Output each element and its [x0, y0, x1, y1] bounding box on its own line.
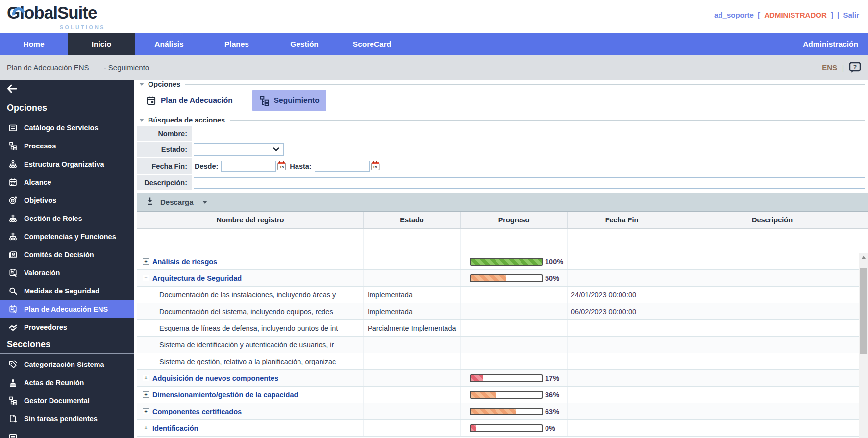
desde-label: Desde:: [195, 162, 218, 170]
progreso-cell: [461, 320, 568, 336]
estado-cell: [364, 403, 461, 419]
sidebar-item-actas-de-reunion[interactable]: Actas de Reunión: [0, 373, 134, 391]
back-button[interactable]: [0, 80, 134, 99]
scrollbar-thumb[interactable]: [860, 268, 867, 354]
name-filter-input[interactable]: [145, 235, 343, 247]
sidebar-item-competencias-y-funciones[interactable]: Competencias y Funciones: [0, 227, 134, 245]
column-header-0[interactable]: Nombre del registro: [137, 212, 364, 228]
record-name[interactable]: Arquitectura de Seguridad: [152, 274, 242, 282]
record-name-cell: −Arquitectura de Seguridad: [137, 270, 364, 286]
nav-tab-analisis[interactable]: Análisis: [135, 33, 203, 55]
help-icon[interactable]: ?: [849, 62, 861, 73]
column-header-4[interactable]: Descripción: [676, 212, 868, 228]
descripcion-input[interactable]: [194, 177, 865, 189]
sidebar-item-gestor-documental[interactable]: Gestor Documental: [0, 391, 134, 410]
descripcion-cell: [676, 253, 868, 269]
nav-tab-home[interactable]: Home: [0, 33, 68, 55]
progress-label: 0%: [545, 424, 555, 432]
desde-calendar-icon[interactable]: 15: [277, 163, 286, 170]
sidebar-item-label: Categorización Sistema: [24, 361, 104, 368]
sidebar-item-procesos[interactable]: Procesos: [0, 137, 134, 155]
sidebar-item-medidas-de-seguridad[interactable]: Medidas de Seguridad: [0, 282, 134, 300]
sidebar-item-valoracion[interactable]: Valoración: [0, 264, 134, 282]
progreso-cell: 36%: [461, 387, 568, 403]
record-name-cell: Sistema de gestión, relativo a la planif…: [137, 353, 364, 369]
logout-link[interactable]: Salir: [843, 11, 859, 19]
progress-bar: [470, 258, 543, 266]
download-label: Descarga: [160, 198, 194, 206]
nav-tab-administracion[interactable]: Administración: [793, 33, 868, 55]
expand-icon[interactable]: +: [143, 408, 149, 414]
table-row: Documentación de las instalaciones, incl…: [137, 287, 868, 303]
nav-tab-label: Análisis: [154, 40, 183, 49]
fecha-fin-cell: 06/02/2023 00:00:00: [568, 303, 676, 319]
sidebar-item-partial[interactable]: [0, 428, 134, 438]
record-name[interactable]: Componentes certificados: [152, 408, 242, 415]
tab-seguimiento[interactable]: Seguimiento: [252, 90, 326, 111]
collapse-icon[interactable]: −: [143, 275, 149, 281]
nav-tab-gestion[interactable]: Gestión: [271, 33, 338, 55]
nav-tab-label: Home: [23, 40, 44, 49]
sidebar-item-label: Procesos: [24, 142, 56, 150]
progress-bar: [470, 374, 543, 382]
hasta-calendar-icon[interactable]: 15: [371, 163, 379, 170]
document-icon: [8, 433, 18, 438]
expand-icon[interactable]: +: [143, 258, 149, 265]
column-header-2[interactable]: Progreso: [461, 212, 568, 228]
top-header: GlobalSuite SOLUTIONS ad_soporte [ ADMIN…: [0, 0, 868, 33]
sidebar-item-objetivos[interactable]: Objetivos: [0, 191, 134, 209]
expand-icon[interactable]: +: [143, 425, 149, 431]
scroll-up-arrow[interactable]: [859, 253, 868, 261]
nombre-input[interactable]: [194, 128, 865, 139]
sidebar-item-comites-de-decision[interactable]: Comités de Decisión: [0, 245, 134, 264]
sidebar-item-sin-tareas-pendientes[interactable]: Sin tareas pendientes: [0, 410, 134, 428]
breadcrumb-divider: |: [842, 63, 844, 72]
sidebar-item-alcance[interactable]: Alcance: [0, 173, 134, 191]
sidebar-item-categorizacion-sistema[interactable]: Categorización Sistema: [0, 355, 134, 373]
logo-subtext: SOLUTIONS: [60, 24, 105, 30]
table-row: +Análisis de riesgos100%: [137, 253, 868, 270]
progreso-cell: [461, 353, 568, 369]
nav-bar: HomeInicioAnálisisPlanesGestiónScoreCard…: [0, 33, 868, 55]
calendar-icon: [8, 178, 18, 187]
separator: |: [837, 11, 839, 19]
record-name[interactable]: Adquisición de nuevos componentes: [152, 374, 278, 382]
sidebar: OpcionesCatálogo de ServiciosProcesosEst…: [0, 80, 134, 438]
record-name[interactable]: Identificación: [152, 424, 198, 432]
download-button[interactable]: Descarga: [146, 197, 207, 207]
vertical-scrollbar[interactable]: [859, 253, 868, 438]
sidebar-item-label: Comités de Decisión: [24, 251, 94, 259]
collapse-triangle-icon[interactable]: [139, 119, 144, 122]
nav-tab-planes[interactable]: Planes: [203, 33, 271, 55]
progreso-cell: [461, 337, 568, 353]
tab-plan-de-adecuacion[interactable]: Plan de Adecuación: [139, 90, 240, 111]
sidebar-item-catalogo-de-servicios[interactable]: Catálogo de Servicios: [0, 119, 134, 137]
sidebar-item-estructura-organizativa[interactable]: Estructura Organizativa: [0, 155, 134, 173]
progreso-cell: 63%: [461, 403, 568, 419]
column-header-1[interactable]: Estado: [364, 212, 461, 228]
expand-icon[interactable]: +: [143, 375, 149, 381]
sidebar-item-gestion-de-roles[interactable]: Gestión de Roles: [0, 209, 134, 227]
arrow-left-icon: [7, 84, 18, 95]
record-name[interactable]: Dimensionamiento/gestión de la capacidad: [152, 391, 298, 399]
record-name[interactable]: Análisis de riesgos: [152, 258, 217, 266]
table-row: Sistema de identificación y autenticació…: [137, 337, 868, 353]
collapse-triangle-icon[interactable]: [139, 83, 144, 86]
nav-tabs: HomeInicioAnálisisPlanesGestiónScoreCard: [0, 33, 406, 55]
sidebar-item-proveedores[interactable]: Proveedores: [0, 318, 134, 336]
descripcion-cell: [676, 320, 868, 336]
nav-tab-scorecard[interactable]: ScoreCard: [338, 33, 406, 55]
nav-tab-inicio[interactable]: Inicio: [68, 33, 135, 55]
view-tabs: Plan de Adecuación Seguimiento: [139, 90, 326, 111]
column-header-3[interactable]: Fecha Fin: [568, 212, 676, 228]
expand-icon[interactable]: +: [143, 391, 149, 398]
globalsuite-logo[interactable]: GlobalSuite SOLUTIONS: [7, 3, 124, 30]
divider-line: [185, 84, 865, 85]
estado-select[interactable]: [194, 143, 284, 156]
table-row: Documentación del sistema, incluyendo eq…: [137, 303, 868, 320]
sidebar-item-label: Actas de Reunión: [24, 379, 84, 387]
hasta-input[interactable]: [315, 161, 370, 172]
desde-input[interactable]: [221, 161, 276, 172]
descripcion-cell: [676, 337, 868, 353]
sidebar-item-plan-de-adecuacion-ens[interactable]: Plan de Adecuación ENS: [0, 300, 134, 318]
